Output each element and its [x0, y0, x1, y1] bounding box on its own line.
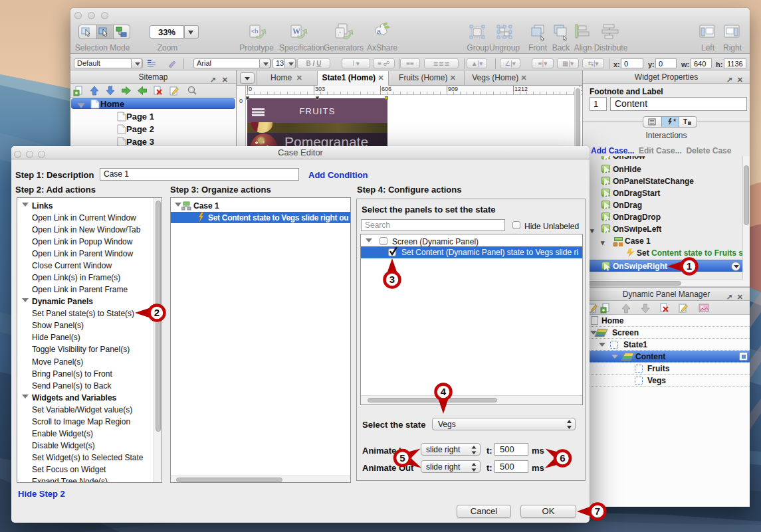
svg-text:★: ★ [673, 118, 677, 122]
svg-text:W: W [292, 27, 300, 36]
svg-text:<h: <h [251, 28, 259, 35]
svg-text:T: T [683, 118, 687, 126]
svg-text:a: a [377, 27, 381, 35]
svg-text:,": ," [338, 31, 341, 37]
